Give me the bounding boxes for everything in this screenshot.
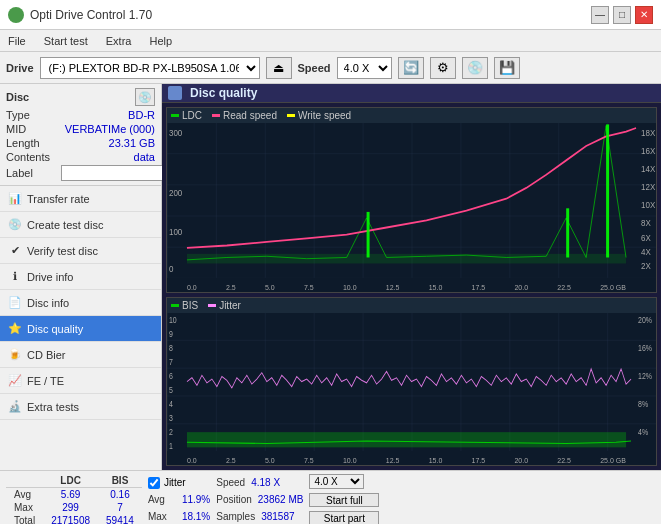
stats-row-total: Total 2171508 59414 <box>6 514 142 524</box>
menu-file[interactable]: File <box>4 33 30 49</box>
nav-item-verify-test-disc[interactable]: ✔ Verify test disc <box>0 238 161 264</box>
save-button[interactable]: 💾 <box>494 57 520 79</box>
title-controls: — □ ✕ <box>591 6 653 24</box>
disc-type-label: Type <box>6 109 58 121</box>
jitter-label: Jitter <box>164 477 186 488</box>
menu-start-test[interactable]: Start test <box>40 33 92 49</box>
svg-text:4: 4 <box>169 399 173 409</box>
chart-ldc: LDC Read speed Write speed <box>166 107 657 293</box>
stats-max-ldc: 299 <box>43 501 98 514</box>
nav-label-fe-te: FE / TE <box>27 375 64 387</box>
stats-table: LDC BIS Avg 5.69 0.16 Max 299 7 Total 21… <box>6 474 142 524</box>
start-part-button[interactable]: Start part <box>309 511 379 524</box>
stats-total-label: Total <box>6 514 43 524</box>
jitter-checkbox[interactable] <box>148 477 160 489</box>
sidebar: Disc 💿 Type BD-R MID VERBATIMe (000) Len… <box>0 84 162 470</box>
drive-info-icon: ℹ <box>8 270 22 284</box>
nav-label-disc-info: Disc info <box>27 297 69 309</box>
disc-panel-header: Disc 💿 <box>6 88 155 106</box>
speed-label: Speed <box>298 62 331 74</box>
stats-total-ldc: 2171508 <box>43 514 98 524</box>
disc-length-label: Length <box>6 137 58 149</box>
svg-text:12%: 12% <box>638 371 652 381</box>
disc-type-row: Type BD-R <box>6 109 155 121</box>
disc-length-value: 23.31 GB <box>58 137 155 149</box>
svg-text:300: 300 <box>169 128 182 139</box>
disc-contents-row: Contents data <box>6 151 155 163</box>
svg-text:2X: 2X <box>641 261 651 272</box>
chart2-x-axis: 0.02.55.07.510.0 12.515.017.520.022.525.… <box>187 456 626 465</box>
speed-select[interactable]: 4.0 X <box>337 57 392 79</box>
svg-text:4X: 4X <box>641 246 651 257</box>
stats-row-avg: Avg 5.69 0.16 <box>6 488 142 502</box>
nav-label-cd-bier: CD Bier <box>27 349 66 361</box>
svg-text:10X: 10X <box>641 200 655 211</box>
maximize-button[interactable]: □ <box>613 6 631 24</box>
nav-label-disc-quality: Disc quality <box>27 323 83 335</box>
svg-text:12X: 12X <box>641 182 655 193</box>
speed-info: Speed 4.18 X Position 23862 MB Samples 3… <box>216 474 303 524</box>
disc-icon-button[interactable]: 💿 <box>135 88 155 106</box>
svg-text:0: 0 <box>169 263 174 274</box>
svg-text:14X: 14X <box>641 164 655 175</box>
svg-text:16%: 16% <box>638 343 652 353</box>
start-full-button[interactable]: Start full <box>309 493 379 507</box>
chart1-svg: 0 100 200 300 18X 16X 14X 12X 10X 8X 6X … <box>167 122 656 278</box>
nav-item-drive-info[interactable]: ℹ Drive info <box>0 264 161 290</box>
nav-item-extra-tests[interactable]: 🔬 Extra tests <box>0 394 161 420</box>
menu-extra[interactable]: Extra <box>102 33 136 49</box>
extra-tests-icon: 🔬 <box>8 400 22 414</box>
svg-text:10: 10 <box>169 315 177 325</box>
stats-row-max: Max 299 7 <box>6 501 142 514</box>
jitter-max-value: 18.1% <box>182 511 210 522</box>
svg-text:8%: 8% <box>638 399 648 409</box>
svg-text:16X: 16X <box>641 146 655 157</box>
title-bar-left: Opti Drive Control 1.70 <box>8 7 152 23</box>
svg-text:8X: 8X <box>641 218 651 229</box>
burn-button[interactable]: 💿 <box>462 57 488 79</box>
right-content: Disc quality LDC Read speed <box>162 84 661 470</box>
menu-help[interactable]: Help <box>145 33 176 49</box>
nav-item-disc-quality[interactable]: ⭐ Disc quality <box>0 316 161 342</box>
stats-avg-ldc: 5.69 <box>43 488 98 502</box>
nav-item-cd-bier[interactable]: 🍺 CD Bier <box>0 342 161 368</box>
verify-test-disc-icon: ✔ <box>8 244 22 258</box>
drive-label: Drive <box>6 62 34 74</box>
test-speed-select[interactable]: 4.0 X <box>309 474 364 489</box>
transfer-rate-icon: 📊 <box>8 192 22 206</box>
eject-button[interactable]: ⏏ <box>266 57 292 79</box>
svg-rect-15 <box>187 254 626 264</box>
disc-section-label: Disc <box>6 91 29 103</box>
samples-value: 381587 <box>261 511 294 522</box>
nav-item-transfer-rate[interactable]: 📊 Transfer rate <box>0 186 161 212</box>
chart-bis: BIS Jitter 1 <box>166 297 657 466</box>
svg-text:6X: 6X <box>641 232 651 243</box>
chart1-x-axis: 0.02.55.07.510.0 12.515.017.520.022.525.… <box>187 283 626 292</box>
stats-bar: LDC BIS Avg 5.69 0.16 Max 299 7 Total 21… <box>0 470 661 524</box>
settings-button[interactable]: ⚙ <box>430 57 456 79</box>
nav-item-fe-te[interactable]: 📈 FE / TE <box>0 368 161 394</box>
legend-write-speed: Write speed <box>287 110 351 121</box>
refresh-button[interactable]: 🔄 <box>398 57 424 79</box>
disc-contents-label: Contents <box>6 151 58 163</box>
stats-col-ldc: LDC <box>43 474 98 488</box>
svg-text:200: 200 <box>169 188 182 199</box>
minimize-button[interactable]: — <box>591 6 609 24</box>
svg-text:6: 6 <box>169 371 173 381</box>
svg-text:18X: 18X <box>641 128 655 139</box>
close-button[interactable]: ✕ <box>635 6 653 24</box>
jitter-max-row: Max 18.1% <box>148 511 210 522</box>
svg-rect-18 <box>606 124 609 257</box>
svg-rect-16 <box>367 212 370 258</box>
samples-label: Samples <box>216 511 255 522</box>
nav-label-create-test-disc: Create test disc <box>27 219 103 231</box>
nav-item-disc-info[interactable]: 📄 Disc info <box>0 290 161 316</box>
cd-bier-icon: 🍺 <box>8 348 22 362</box>
drive-select[interactable]: (F:) PLEXTOR BD-R PX-LB950SA 1.06 <box>40 57 260 79</box>
jitter-avg-row: Avg 11.9% <box>148 494 210 505</box>
disc-mid-row: MID VERBATIMe (000) <box>6 123 155 135</box>
nav-item-create-test-disc[interactable]: 💿 Create test disc <box>0 212 161 238</box>
disc-label-label: Label <box>6 167 58 179</box>
legend-bis: BIS <box>171 300 198 311</box>
create-test-disc-icon: 💿 <box>8 218 22 232</box>
